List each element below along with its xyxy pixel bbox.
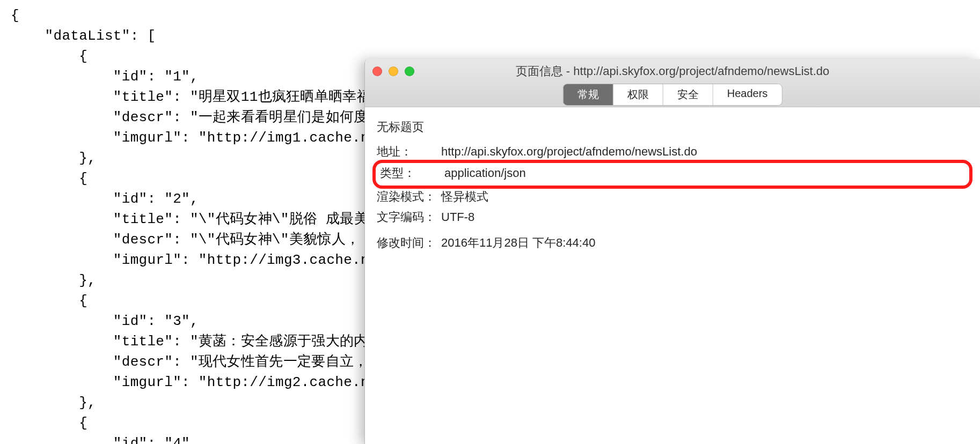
value-modified: 2016年11月28日 下午8:44:40	[441, 235, 595, 251]
row-type: 类型： application/json	[380, 163, 965, 183]
row-encoding: 文字编码： UTF-8	[377, 207, 968, 227]
row-render-mode: 渲染模式： 怪异模式	[377, 187, 968, 207]
tab-headers[interactable]: Headers	[713, 84, 782, 105]
dialog-body: 无标题页 地址： http://api.skyfox.org/project/a…	[365, 107, 980, 253]
dialog-title: 页面信息 - http://api.skyfox.org/project/afn…	[365, 59, 980, 79]
label-address: 地址：	[377, 144, 441, 160]
tab-security[interactable]: 安全	[663, 84, 713, 105]
maximize-icon[interactable]	[405, 66, 414, 76]
label-render-mode: 渲染模式：	[377, 189, 441, 205]
page-info-dialog: 页面信息 - http://api.skyfox.org/project/afn…	[364, 59, 980, 444]
row-address: 地址： http://api.skyfox.org/project/afndem…	[377, 142, 968, 162]
minimize-icon[interactable]	[389, 66, 398, 76]
tab-permissions[interactable]: 权限	[613, 84, 663, 105]
window-controls	[372, 66, 414, 76]
label-modified: 修改时间：	[377, 235, 441, 251]
label-type: 类型：	[380, 165, 444, 181]
row-modified: 修改时间： 2016年11月28日 下午8:44:40	[377, 233, 968, 253]
dialog-titlebar: 页面信息 - http://api.skyfox.org/project/afn…	[365, 59, 980, 107]
value-type: application/json	[444, 166, 526, 180]
close-icon[interactable]	[372, 66, 382, 76]
section-title: 无标题页	[377, 119, 968, 135]
value-render-mode: 怪异模式	[441, 189, 488, 205]
tab-general[interactable]: 常规	[564, 84, 613, 105]
value-address: http://api.skyfox.org/project/afndemo/ne…	[441, 145, 697, 159]
value-encoding: UTF-8	[441, 210, 474, 224]
label-encoding: 文字编码：	[377, 209, 441, 225]
highlighted-type-row: 类型： application/json	[372, 160, 972, 189]
tab-bar: 常规 权限 安全 Headers	[563, 84, 782, 106]
